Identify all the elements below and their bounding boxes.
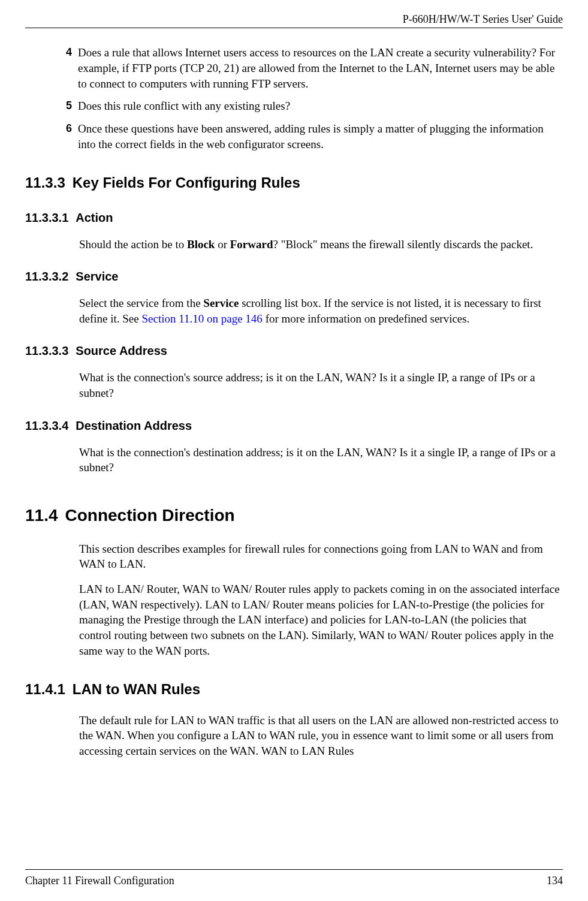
list-item: 4 Does a rule that allows Internet users… — [25, 45, 563, 91]
page-header: P-660H/HW/W-T Series User' Guide — [25, 12, 563, 28]
link-section-11-10[interactable]: Section 11.10 on page 146 — [141, 312, 262, 325]
text-fragment: Select the service from the — [79, 297, 203, 309]
item-number-4: 4 — [66, 45, 78, 91]
item-number-5: 5 — [66, 98, 78, 114]
list-item: 5 Does this rule conflict with any exist… — [25, 98, 563, 114]
text-fragment: or — [215, 238, 230, 251]
heading-11-4-1: 11.4.1LAN to WAN Rules — [25, 680, 563, 699]
text-fragment: Should the action be to — [79, 238, 187, 251]
paragraph-service: Select the service from the Service scro… — [25, 296, 563, 326]
section-title: Source Address — [76, 344, 167, 357]
section-title: LAN to WAN Rules — [73, 681, 200, 697]
section-title: Destination Address — [76, 419, 192, 432]
paragraph-lan-to-wan: The default rule for LAN to WAN traffic … — [25, 713, 563, 759]
heading-11-3-3-2: 11.3.3.2Service — [25, 269, 563, 285]
bold-block: Block — [187, 238, 215, 251]
item-text-5: Does this rule conflict with any existin… — [78, 98, 563, 114]
page-content: 4 Does a rule that allows Internet users… — [25, 45, 563, 758]
section-title: Action — [76, 211, 113, 224]
bold-forward: Forward — [230, 238, 273, 251]
section-number: 11.3.3.4 — [25, 419, 68, 432]
paragraph-action: Should the action be to Block or Forward… — [25, 237, 563, 252]
text-fragment: for more information on predefined servi… — [263, 312, 470, 325]
paragraph-source-address: What is the connection's source address;… — [25, 370, 563, 400]
section-number: 11.3.3 — [25, 174, 65, 191]
footer-page-number: 134 — [547, 873, 563, 888]
section-number: 11.3.3.1 — [25, 211, 68, 224]
section-number: 11.3.3.3 — [25, 344, 68, 357]
paragraph-destination-address: What is the connection's destination add… — [25, 445, 563, 475]
item-number-6: 6 — [66, 121, 78, 152]
paragraph-connection-direction-2: LAN to LAN/ Router, WAN to WAN/ Router r… — [25, 581, 563, 658]
footer-chapter: Chapter 11 Firewall Configuration — [25, 873, 174, 888]
text-fragment: ? "Block" means the firewall silently di… — [273, 238, 533, 251]
item-text-6: Once these questions have been answered,… — [78, 121, 563, 152]
guide-title: P-660H/HW/W-T Series User' Guide — [403, 13, 563, 25]
heading-11-4: 11.4Connection Direction — [25, 504, 563, 527]
list-item: 6 Once these questions have been answere… — [25, 121, 563, 152]
heading-11-3-3-1: 11.3.3.1Action — [25, 210, 563, 226]
heading-11-3-3-3: 11.3.3.3Source Address — [25, 343, 563, 359]
section-number: 11.4.1 — [25, 681, 65, 697]
section-number: 11.4 — [25, 506, 58, 525]
bold-service: Service — [203, 297, 239, 309]
heading-11-3-3-4: 11.3.3.4Destination Address — [25, 418, 563, 434]
page-footer: Chapter 11 Firewall Configuration 134 — [25, 869, 563, 888]
section-number: 11.3.3.2 — [25, 270, 68, 283]
paragraph-connection-direction-1: This section describes examples for fire… — [25, 541, 563, 572]
section-title: Service — [76, 270, 118, 283]
section-title: Key Fields For Configuring Rules — [73, 174, 300, 191]
heading-11-3-3: 11.3.3Key Fields For Configuring Rules — [25, 173, 563, 192]
section-title: Connection Direction — [65, 506, 235, 525]
item-text-4: Does a rule that allows Internet users a… — [78, 45, 563, 91]
